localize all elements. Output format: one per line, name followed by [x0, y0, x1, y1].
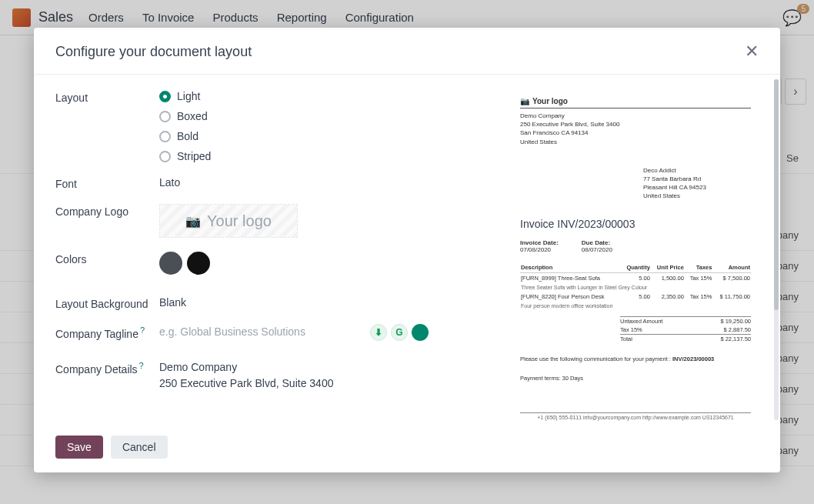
label-company-logo: Company Logo — [55, 204, 159, 238]
preview-footer: +1 (650) 555-0111 info@yourcompany.com h… — [520, 412, 751, 420]
radio-dot-icon — [159, 111, 171, 122]
logo-upload[interactable]: 📷 Your logo — [159, 204, 298, 238]
preview-company-block: Demo Company 250 Executive Park Blvd, Su… — [520, 112, 751, 146]
preview-comms: Please use the following communication f… — [520, 355, 751, 362]
label-colors: Colors — [55, 252, 159, 275]
radio-boxed[interactable]: Boxed — [159, 110, 489, 122]
color-swatch-secondary[interactable] — [187, 252, 210, 275]
radio-light[interactable]: Light — [159, 90, 489, 102]
preview-dates: Invoice Date:07/08/2020 Due Date:08/07/2… — [520, 239, 751, 253]
label-layout-bg: Layout Background — [55, 296, 159, 310]
preview-doc-title: Invoice INV/2023/00003 — [520, 218, 751, 230]
company-details-input[interactable]: Demo Company 250 Executive Park Blvd, Su… — [159, 359, 489, 392]
close-icon[interactable]: ✕ — [745, 42, 759, 62]
label-details: Company Details? — [55, 359, 159, 392]
table-row: [FURN_8999] Three-Seat Sofa 5.00 1,500.0… — [520, 272, 751, 283]
font-select[interactable]: Lato — [159, 176, 489, 190]
preview-terms: Payment terms: 30 Days — [520, 375, 751, 382]
preview-totals: Untaxed Amount$ 19,250.00 Tax 15%$ 2,887… — [620, 316, 751, 343]
extension-icon-3[interactable] — [412, 324, 429, 341]
modal-title: Configure your document layout — [55, 44, 252, 60]
preview-customer-block: Deco Addict 77 Santa Barbara Rd Pleasant… — [643, 166, 751, 201]
radio-dot-icon — [159, 151, 171, 162]
help-icon[interactable]: ? — [139, 361, 144, 370]
document-layout-modal: Configure your document layout ✕ Layout … — [34, 28, 780, 472]
radio-dot-icon — [159, 91, 171, 102]
camera-icon: 📷 — [185, 214, 201, 229]
label-layout: Layout — [55, 90, 159, 162]
help-icon[interactable]: ? — [140, 325, 145, 335]
modal-body: Layout Light Boxed Bold Striped Font Lat… — [34, 75, 780, 425]
radio-bold[interactable]: Bold — [159, 130, 489, 142]
grammarly-icon[interactable]: G — [391, 324, 408, 341]
document-preview: 📷 Your logo Demo Company 250 Executive P… — [512, 90, 759, 425]
table-row: Three Seater Sofa with Lounger in Steel … — [520, 283, 751, 292]
tagline-input[interactable] — [159, 325, 352, 338]
color-swatch-primary[interactable] — [159, 252, 182, 275]
logo-placeholder-text: Your logo — [207, 212, 272, 230]
extension-icon-1[interactable]: ⬇ — [370, 324, 387, 341]
radio-dot-icon — [159, 131, 171, 142]
save-button[interactable]: Save — [55, 436, 103, 459]
modal-overlay: Configure your document layout ✕ Layout … — [0, 0, 814, 504]
preview-line-table: Description Quantity Unit Price Taxes Am… — [520, 262, 751, 310]
preview-logo: 📷 Your logo — [520, 97, 568, 105]
color-swatches — [159, 252, 489, 275]
radio-striped[interactable]: Striped — [159, 150, 489, 162]
form-column: Layout Light Boxed Bold Striped Font Lat… — [55, 90, 512, 425]
label-font: Font — [55, 176, 159, 190]
layout-radio-group: Light Boxed Bold Striped — [159, 90, 489, 162]
table-row: [FURN_8220] Four Person Desk 5.00 2,350.… — [520, 292, 751, 302]
table-row: Four person modern office workstation — [520, 302, 751, 310]
scrollbar-thumb[interactable] — [774, 79, 779, 310]
modal-header: Configure your document layout ✕ — [34, 28, 780, 75]
layout-bg-select[interactable]: Blank — [159, 296, 489, 310]
extension-icons: ⬇ G — [370, 324, 429, 341]
cancel-button[interactable]: Cancel — [111, 436, 168, 459]
modal-footer: Save Cancel — [34, 425, 780, 472]
label-tagline: Company Tagline? — [55, 324, 159, 341]
